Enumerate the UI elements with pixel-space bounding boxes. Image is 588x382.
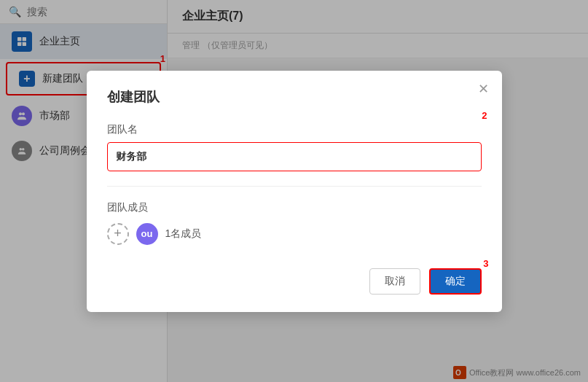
modal-title: 创建团队 — [107, 88, 482, 106]
team-name-group: 团队名 财务部 2 — [107, 123, 482, 171]
create-team-modal: 创建团队 ✕ 团队名 财务部 2 团队成员 + ou 1名成员 — [87, 71, 502, 312]
modal-overlay: 创建团队 ✕ 团队名 财务部 2 团队成员 + ou 1名成员 — [0, 0, 588, 382]
member-avatar: ou — [136, 223, 158, 245]
step3-indicator: 3 — [483, 258, 488, 269]
members-group: 团队成员 + ou 1名成员 — [107, 201, 482, 245]
step2-indicator: 2 — [482, 110, 487, 121]
cancel-button[interactable]: 取消 — [369, 268, 420, 295]
modal-footer: 取消 确定 3 — [107, 268, 482, 295]
add-member-button[interactable]: + — [107, 223, 129, 245]
member-count: 1名成员 — [165, 227, 202, 241]
confirm-button[interactable]: 确定 — [429, 268, 482, 295]
team-name-label: 团队名 — [107, 123, 482, 136]
modal-close-button[interactable]: ✕ — [478, 82, 489, 96]
modal-divider — [107, 186, 482, 187]
members-label: 团队成员 — [107, 201, 482, 214]
members-row: + ou 1名成员 — [107, 223, 482, 245]
team-name-input[interactable] — [107, 142, 482, 171]
